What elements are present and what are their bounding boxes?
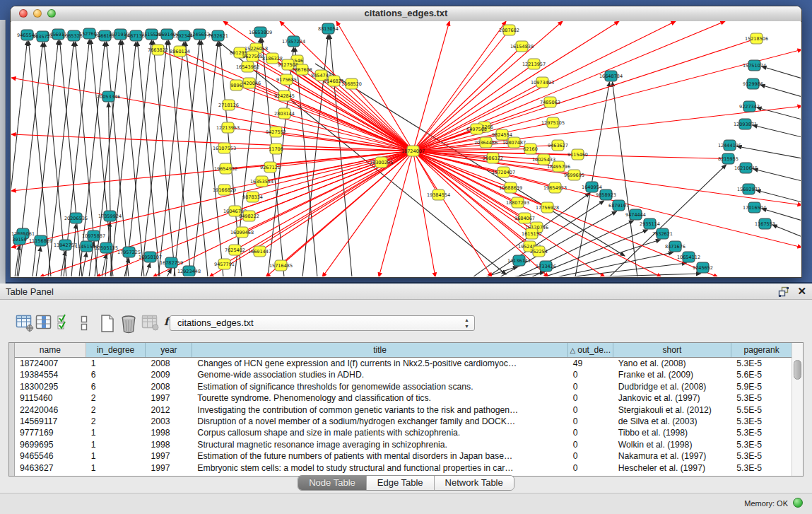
graph-node[interactable]: 2935114: [640, 218, 660, 229]
graph-node[interactable]: 17016504: [743, 202, 766, 213]
graph-node[interactable]: 10688639: [499, 182, 522, 193]
new-column-icon[interactable]: [99, 314, 116, 334]
table-row[interactable]: 911546021997Tourette syndrome. Phenomeno…: [15, 392, 792, 404]
network-window-titlebar[interactable]: citations_edges.txt: [11, 6, 801, 22]
graph-node[interactable]: 2718126: [218, 100, 239, 110]
graph-node[interactable]: 9129986: [743, 78, 763, 89]
graph-node[interactable]: 20206535: [64, 213, 88, 223]
graph-node[interactable]: 15692971: [737, 184, 760, 194]
graph-node[interactable]: 17357224: [282, 36, 305, 47]
graph-node[interactable]: 9896: [230, 80, 242, 90]
float-panel-icon[interactable]: [778, 286, 790, 297]
graph-node[interactable]: 9457791: [214, 259, 235, 269]
table-row[interactable]: 946362711997Embryonic stem cells: a mode…: [15, 462, 792, 474]
graph-node[interactable]: 7485063: [540, 97, 560, 107]
graph-node[interactable]: 62160: [523, 144, 538, 154]
graph-node[interactable]: 17957225: [117, 247, 141, 257]
graph-node[interactable]: 19166829: [213, 185, 236, 195]
network-window[interactable]: citations_edges.txt 18724007183002957663…: [10, 6, 802, 278]
graph-node[interactable]: 10975887: [82, 230, 105, 241]
graph-node[interactable]: 12213957: [522, 59, 546, 69]
column-header-out_degree[interactable]: △out_de...: [568, 343, 613, 357]
graph-node[interactable]: 6879197: [608, 200, 629, 211]
graph-node[interactable]: 12923448: [177, 266, 201, 276]
close-panel-icon[interactable]: ✕: [797, 286, 806, 297]
node-table: namein_degreeyeartitle△out_de...shortpag…: [8, 342, 804, 477]
graph-node[interactable]: 9115460: [567, 149, 588, 160]
graph-node[interactable]: 15218506: [745, 33, 768, 44]
graph-node[interactable]: 11706: [269, 144, 283, 154]
graph-node[interactable]: 1733426: [536, 261, 556, 271]
column-header-title[interactable]: title: [192, 343, 568, 357]
graph-node[interactable]: 20053346: [97, 91, 120, 102]
graph-node[interactable]: 7632621: [208, 30, 228, 41]
graph-node[interactable]: 19384554: [427, 189, 450, 200]
graph-node[interactable]: 10654112: [677, 252, 700, 262]
table-row[interactable]: 1830029562008Estimation of significance …: [15, 381, 792, 392]
graph-node[interactable]: 9245652: [693, 262, 713, 273]
graph-node[interactable]: 7632621: [652, 228, 673, 239]
tab-node-table[interactable]: Node Table: [298, 476, 367, 490]
table-row[interactable]: 1872400712008Changes of HCN gene express…: [15, 358, 792, 369]
graph-node[interactable]: 9474444: [625, 209, 646, 220]
graph-node[interactable]: 8471676: [665, 241, 686, 252]
graph-node[interactable]: 16154838: [510, 41, 534, 52]
graph-node[interactable]: 11156869: [29, 235, 52, 246]
graph-node[interactable]: 8215955: [718, 153, 739, 164]
graph-node[interactable]: 14136141: [507, 255, 531, 266]
table-row[interactable]: 946554611997Estimation of the future num…: [15, 450, 792, 462]
column-header-pagerank[interactable]: pagerank: [731, 343, 792, 357]
graph-node[interactable]: 15716485: [269, 260, 293, 271]
table-row[interactable]: 1456911722003Disruption of a novel membe…: [15, 416, 792, 427]
graph-node[interactable]: 16107553: [213, 143, 236, 153]
column-header-short[interactable]: short: [613, 343, 732, 357]
graph-node[interactable]: 12444195: [718, 140, 741, 151]
table-row[interactable]: 1938455462009Genome-wide association stu…: [15, 369, 792, 380]
table-mode-icon[interactable]: [16, 314, 35, 332]
graph-node[interactable]: 1568520: [341, 78, 362, 89]
graph-node[interactable]: 9242845: [274, 90, 295, 101]
graph-node[interactable]: 12093871: [734, 119, 757, 129]
graph-node[interactable]: 252254: [530, 246, 548, 257]
show-columns-icon[interactable]: [35, 314, 52, 331]
graph-node[interactable]: 9858923: [596, 189, 616, 200]
graph-node[interactable]: 9463627: [548, 140, 568, 151]
svg-text:19654932: 19654932: [214, 166, 237, 172]
scrollbar-thumb[interactable]: [794, 360, 801, 380]
graph-node[interactable]: 16782759: [160, 257, 183, 268]
tab-network-table[interactable]: Network Table: [435, 476, 514, 490]
graph-node[interactable]: 1167553: [755, 218, 775, 229]
delete-column-icon[interactable]: [120, 314, 137, 334]
graph-node[interactable]: 12975105: [541, 117, 565, 128]
status-bar: Memory: OK: [0, 493, 812, 514]
graph-node[interactable]: 9699695: [564, 170, 584, 180]
table-row[interactable]: 977716911998Corpus callosum shape and si…: [15, 427, 792, 438]
graph-node[interactable]: 9427552: [266, 127, 286, 137]
graph-node[interactable]: 16543962: [236, 62, 259, 72]
vertical-scrollbar[interactable]: [792, 343, 803, 476]
graph-node[interactable]: 9878334: [242, 192, 263, 202]
graph-node[interactable]: 20364486: [474, 137, 498, 148]
tab-edge-table[interactable]: Edge Table: [367, 476, 435, 490]
graph-node[interactable]: 10973493: [531, 77, 554, 88]
select-columns-icon[interactable]: [57, 314, 72, 331]
graph-node[interactable]: 16210645: [734, 163, 758, 173]
network-canvas[interactable]: 1872400718300295766382288601248912954152…: [11, 21, 801, 276]
graph-node[interactable]: 8813054: [318, 23, 339, 34]
column-header-year[interactable]: year: [146, 343, 192, 357]
graph-node[interactable]: 15751074: [743, 60, 766, 71]
graph-node[interactable]: 39159: [12, 234, 27, 245]
column-header-in_degree[interactable]: in_degree: [86, 343, 146, 357]
graph-node[interactable]: 9684067: [514, 213, 535, 223]
graph-node[interactable]: 12213953: [216, 122, 240, 133]
table-selector-dropdown[interactable]: citations_edges.txt ▲▼: [170, 315, 475, 331]
graph-node[interactable]: 19654932: [214, 163, 237, 174]
graph-node[interactable]: 10025433: [532, 154, 555, 165]
graph-node[interactable]: 9227342: [739, 101, 760, 112]
table-row[interactable]: 2242004622012Investigating the contribut…: [15, 404, 792, 416]
graph-node[interactable]: 1640954: [582, 182, 602, 192]
toggle-rows-icon[interactable]: [79, 314, 89, 332]
column-header-name[interactable]: name: [15, 343, 86, 357]
table-row[interactable]: 969969511998Structural magnetic resonanc…: [15, 439, 792, 450]
graph-node[interactable]: 16653809: [249, 27, 272, 37]
